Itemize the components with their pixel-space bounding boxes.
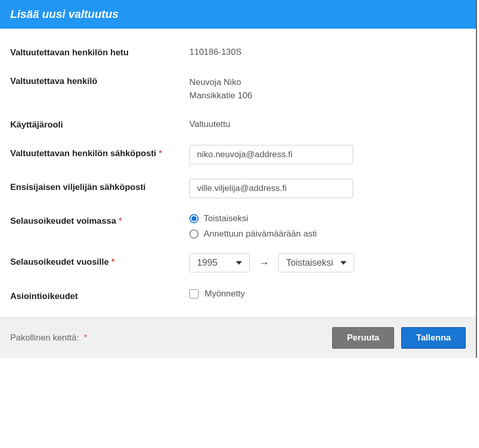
year-to-select[interactable]: Toistaiseksi [278, 253, 354, 272]
row-email1: Valtuutettavan henkilön sähköposti * [10, 145, 466, 164]
person-address: Mansikkatie 106 [189, 89, 466, 102]
label-rights: Asiointioikeudet [10, 288, 189, 302]
validity-radio-group: Toistaiseksi Annettuun päivämäärään asti [189, 212, 466, 239]
label-role: Käyttäjärooli [10, 116, 189, 131]
required-mark: * [159, 148, 162, 158]
checkbox-label: Myönnetty [205, 289, 245, 299]
radio-label: Toistaiseksi [204, 214, 248, 224]
modal-header: Lisää uusi valtuutus [0, 0, 476, 29]
label-years: Selausoikeudet vuosille * [10, 253, 189, 268]
radio-until-date[interactable]: Annettuun päivämäärään asti [189, 229, 466, 239]
modal-title: Lisää uusi valtuutus [10, 8, 119, 20]
label-hetu: Valtuutettavan henkilön hetu [10, 44, 189, 58]
row-rights: Asiointioikeudet Myönnetty [10, 288, 466, 302]
value-role: Valtuutettu [189, 116, 466, 130]
rights-checkbox[interactable] [189, 289, 199, 298]
arrow-icon: → [259, 257, 269, 269]
cancel-button[interactable]: Peruuta [332, 327, 394, 349]
year-to-value: Toistaiseksi [286, 258, 333, 268]
row-person: Valtuutettava henkilö Neuvoja Niko Mansi… [10, 73, 466, 102]
label-email1: Valtuutettavan henkilön sähköposti * [10, 145, 189, 159]
row-role: Käyttäjärooli Valtuutettu [10, 116, 466, 131]
modal-footer: Pakollinen kenttä: * Peruuta Tallenna [0, 317, 476, 358]
label-email2: Ensisijaisen viljelijän sähköposti [10, 179, 189, 193]
authorization-modal: Lisää uusi valtuutus Valtuutettavan henk… [0, 0, 477, 358]
radio-icon [189, 214, 199, 223]
row-years: Selausoikeudet vuosille * 1995 → Toistai… [10, 253, 466, 272]
value-hetu: 110186-130S [189, 44, 466, 57]
radio-label: Annettuun päivämäärään asti [204, 229, 317, 239]
radio-until-further[interactable]: Toistaiseksi [189, 214, 466, 224]
row-hetu: Valtuutettavan henkilön hetu 110186-130S [10, 44, 466, 58]
year-from-value: 1995 [197, 258, 217, 268]
row-email2: Ensisijaisen viljelijän sähköposti [10, 179, 466, 198]
modal-body: Valtuutettavan henkilön hetu 110186-130S… [0, 29, 476, 317]
chevron-down-icon [236, 261, 242, 265]
required-mark: * [111, 257, 115, 267]
email-authorized-input[interactable] [189, 145, 353, 164]
required-mark: * [119, 216, 122, 226]
row-validity: Selausoikeudet voimassa * Toistaiseksi A… [10, 212, 466, 239]
footer-required-label: Pakollinen kenttä: * [10, 333, 87, 343]
email-farmer-input[interactable] [189, 179, 353, 198]
chevron-down-icon [340, 261, 346, 265]
radio-icon [189, 229, 199, 239]
year-from-select[interactable]: 1995 [189, 253, 250, 272]
save-button[interactable]: Tallenna [401, 327, 466, 349]
value-person: Neuvoja Niko Mansikkatie 106 [189, 73, 466, 102]
person-name: Neuvoja Niko [189, 76, 466, 89]
label-validity: Selausoikeudet voimassa * [10, 212, 189, 227]
label-person: Valtuutettava henkilö [10, 73, 189, 87]
